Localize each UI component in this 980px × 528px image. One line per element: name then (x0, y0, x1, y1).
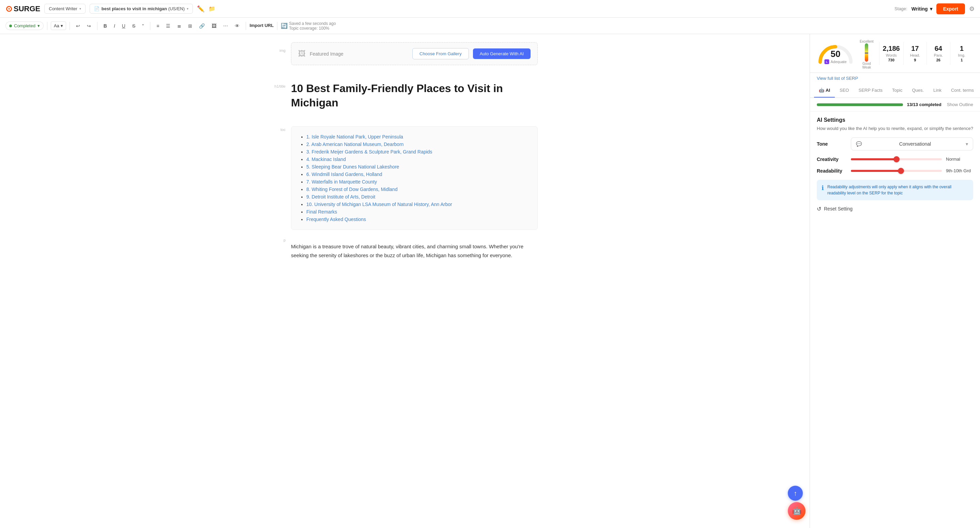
export-button[interactable]: Export (936, 3, 965, 14)
show-outline-button[interactable]: Show Outline (947, 102, 973, 107)
tab-cont_terms[interactable]: Cont. terms (946, 84, 978, 97)
status-dot (9, 25, 12, 27)
editor-toolbar: Completed ▾ Aa ▾ ↩ ↪ B I U S " ≡ ☰ ≣ ⊞ 🔗… (0, 18, 980, 34)
tab-ai[interactable]: 🤖AI (814, 84, 835, 97)
creativity-slider-thumb[interactable] (893, 156, 900, 162)
save-status: Saved a few seconds ago Topic coverage: … (289, 21, 336, 31)
toc-row: toc 1. Isle Royale National Park, Upper … (272, 126, 538, 230)
import-url-button[interactable]: Import URL (250, 23, 274, 28)
progress-bar-wrap (817, 103, 903, 106)
toc-link[interactable]: 8. Whiting Forest of Dow Gardens, Midlan… (306, 187, 398, 192)
progress-text: 13/13 completed (907, 102, 942, 107)
toc-link[interactable]: 7. Waterfalls in Marquette County (306, 179, 377, 185)
toc-list-item: 3. Frederik Meijer Gardens & Sculpture P… (306, 149, 531, 155)
meter-bar (865, 43, 868, 62)
toc-link[interactable]: 4. Mackinac Island (306, 156, 346, 162)
img-label: img (272, 42, 286, 53)
font-size-picker[interactable]: Aa ▾ (51, 21, 66, 30)
readability-info-box: ℹ Readability adjustments will only appl… (817, 180, 973, 200)
strikethrough-button[interactable]: S (129, 21, 138, 31)
table-button[interactable]: ⊞ (185, 21, 195, 31)
serp-link[interactable]: View full list of SERP (810, 73, 980, 84)
creativity-value: Normal (946, 156, 973, 162)
quote-button[interactable]: " (139, 21, 146, 31)
image-button[interactable]: 🖼 (209, 21, 219, 31)
ai-tab-icon: 🤖 (819, 88, 824, 93)
intro-paragraph[interactable]: Michigan is a treasure trove of natural … (291, 242, 538, 260)
edit-icon[interactable]: ✏️ (197, 5, 204, 13)
stat-number: 64 (930, 45, 946, 53)
tab-topic[interactable]: Topic (887, 84, 907, 97)
more-options-button[interactable]: ⋯ (221, 21, 231, 31)
good-label: Good (862, 62, 870, 65)
stage-value: Writing (912, 6, 928, 11)
tab-seo[interactable]: SEO (835, 84, 854, 97)
toc-link[interactable]: 3. Frederik Meijer Gardens & Sculpture P… (306, 149, 433, 155)
status-badge[interactable]: Completed ▾ (5, 21, 44, 30)
ai-settings-description: How would you like the AI help you to re… (817, 125, 973, 132)
readability-label: Readability (817, 168, 851, 174)
bold-button[interactable]: B (101, 21, 110, 31)
toc-list-item: 7. Waterfalls in Marquette County (306, 179, 531, 185)
tab-ques[interactable]: Ques. (907, 84, 929, 97)
logo: ⊙ SURGE (5, 4, 40, 14)
file-title: best places to visit in michigan (US/EN) (102, 6, 185, 11)
toc-link[interactable]: 1. Isle Royale National Park, Upper Peni… (306, 134, 403, 139)
toc-link[interactable]: 2. Arab American National Museum, Dearbo… (306, 142, 404, 147)
preview-button[interactable]: 👁 (232, 21, 242, 31)
ai-settings-title: AI Settings (817, 117, 973, 123)
redo-button[interactable]: ↪ (84, 21, 94, 31)
editor-content: img 🖼 Featured Image Choose From Gallery… (251, 42, 558, 260)
toc-list-item: 4. Mackinac Island (306, 156, 531, 162)
readability-slider-fill (851, 170, 901, 172)
score-number: 50 (824, 49, 846, 59)
toolbar-separator (47, 22, 48, 30)
tone-value: Conversational (899, 141, 931, 147)
toc-container: 1. Isle Royale National Park, Upper Peni… (291, 126, 538, 230)
article-title[interactable]: 10 Best Family-Friendly Places to Visit … (291, 81, 538, 110)
undo-button[interactable]: ↩ (73, 21, 83, 31)
status-text: Completed (14, 23, 35, 28)
toc-link[interactable]: 9. Detroit Institute of Arts, Detroit (306, 194, 375, 199)
settings-icon[interactable]: ⚙ (969, 5, 975, 13)
folder-icon[interactable]: 📁 (208, 5, 215, 12)
choose-gallery-button[interactable]: Choose From Gallery (412, 48, 469, 59)
link-button[interactable]: 🔗 (196, 21, 207, 31)
featured-image-bar: 🖼 Featured Image Choose From Gallery Aut… (291, 42, 538, 65)
tab-bar: 🤖AISEOSERP FactsTopicQues.LinkCont. term… (810, 84, 980, 98)
toc-link[interactable]: Final Remarks (306, 209, 337, 215)
readability-slider[interactable] (851, 170, 942, 172)
numbered-list-button[interactable]: ≣ (175, 21, 184, 31)
scroll-up-button[interactable]: ↑ (788, 486, 803, 501)
intro-row: p Michigan is a treasure trove of natura… (272, 237, 538, 260)
tone-dropdown[interactable]: 💬 Conversational ▾ (851, 137, 973, 150)
readability-slider-thumb[interactable] (898, 168, 904, 174)
stat-box: 17 Head. 9 (903, 42, 926, 65)
featured-image-row: img 🖼 Featured Image Choose From Gallery… (272, 42, 538, 73)
featured-image-text: Featured Image (310, 51, 408, 57)
stat-sub: 9 (907, 58, 923, 62)
reset-settings-button[interactable]: ↺ Reset Setting (817, 206, 853, 212)
stage-dropdown[interactable]: Writing ▾ (912, 6, 932, 11)
stat-number: 2,186 (883, 45, 900, 53)
creativity-slider[interactable] (851, 158, 942, 160)
tab-link[interactable]: Link (929, 84, 946, 97)
ai-assistant-button[interactable]: 🤖 (788, 502, 805, 520)
stat-box: 2,186 Words 730 (879, 42, 903, 65)
ai-generate-button[interactable]: Auto Generate With AI (473, 48, 531, 59)
content-writer-dropdown[interactable]: Content Writer ▾ (44, 4, 86, 14)
align-left-button[interactable]: ≡ (154, 21, 162, 31)
excellent-label: Excellent (860, 40, 874, 43)
file-dropdown[interactable]: 📄 best places to visit in michigan (US/E… (90, 4, 193, 14)
italic-button[interactable]: I (111, 21, 118, 31)
underline-button[interactable]: U (119, 21, 128, 31)
stat-sub: 26 (930, 58, 946, 62)
toc-link[interactable]: Frequently Asked Questions (306, 217, 366, 222)
toc-link[interactable]: 6. Windmill Island Gardens, Holland (306, 172, 382, 177)
bullet-list-button[interactable]: ☰ (163, 21, 173, 31)
chevron-down-icon: ▾ (80, 7, 81, 11)
toc-link[interactable]: 5. Sleeping Bear Dunes National Lakeshor… (306, 164, 399, 169)
toc-link[interactable]: 10. University of Michigan LSA Museum of… (306, 202, 452, 207)
stat-box: 1 Img. 1 (950, 42, 973, 65)
tab-serp_facts[interactable]: SERP Facts (854, 84, 887, 97)
